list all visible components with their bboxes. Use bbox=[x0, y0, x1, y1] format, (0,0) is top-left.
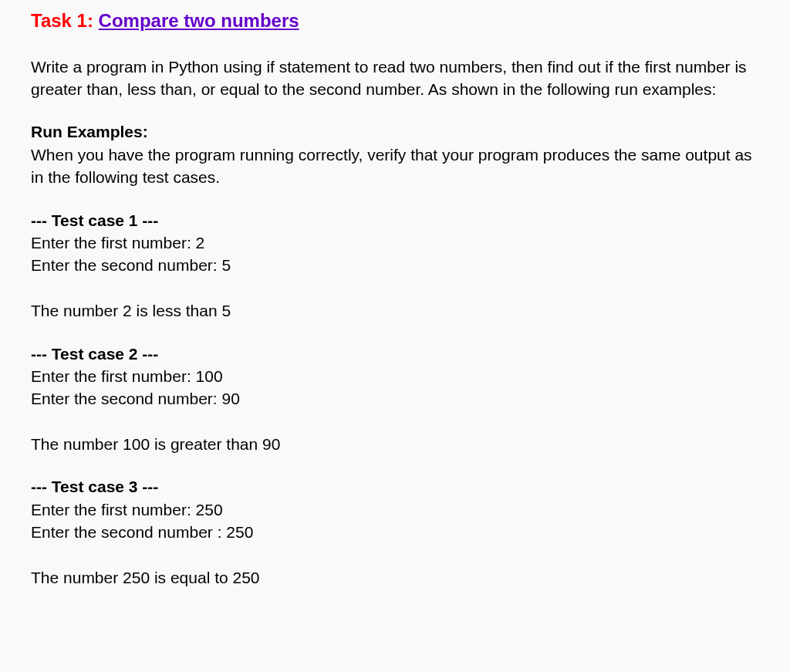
test-case-line: Enter the second number: 90 bbox=[31, 387, 759, 410]
task-link[interactable]: Compare two numbers bbox=[99, 10, 299, 31]
test-case-line: Enter the first number: 2 bbox=[31, 231, 759, 254]
test-case-title: --- Test case 3 --- bbox=[31, 475, 759, 498]
run-examples-heading: Run Examples: bbox=[31, 120, 759, 143]
blank-line bbox=[31, 277, 759, 299]
run-examples-intro: When you have the program running correc… bbox=[31, 144, 759, 189]
test-case: --- Test case 2 --- Enter the first numb… bbox=[31, 343, 759, 456]
test-case: --- Test case 3 --- Enter the first numb… bbox=[31, 475, 759, 589]
test-case: --- Test case 1 --- Enter the first numb… bbox=[31, 209, 759, 322]
test-case-line: Enter the second number : 250 bbox=[31, 521, 759, 543]
task-description: Write a program in Python using if state… bbox=[31, 56, 759, 101]
run-examples-label: Run Examples: bbox=[31, 123, 148, 140]
task-heading: Task 1: Compare two numbers bbox=[31, 8, 759, 34]
test-case-result: The number 100 is greater than 90 bbox=[31, 433, 759, 455]
test-case-line: Enter the first number: 100 bbox=[31, 365, 759, 387]
test-case-result: The number 250 is equal to 250 bbox=[31, 566, 759, 589]
test-case-title: --- Test case 1 --- bbox=[31, 209, 759, 231]
test-case-line: Enter the first number: 250 bbox=[31, 498, 759, 521]
task-label: Task 1: bbox=[31, 10, 99, 31]
test-case-line: Enter the second number: 5 bbox=[31, 254, 759, 276]
blank-line bbox=[31, 544, 759, 566]
test-case-title: --- Test case 2 --- bbox=[31, 343, 759, 365]
test-case-result: The number 2 is less than 5 bbox=[31, 299, 759, 322]
blank-line bbox=[31, 410, 759, 433]
